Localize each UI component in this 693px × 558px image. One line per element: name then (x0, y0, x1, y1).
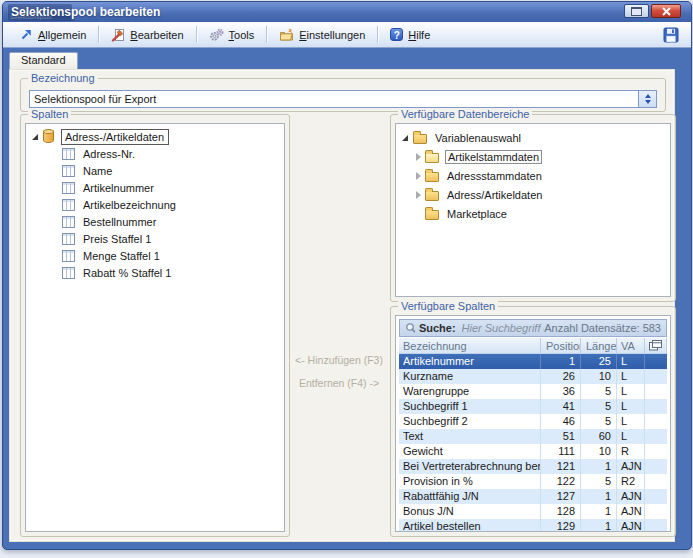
tab-standard[interactable]: Standard (9, 52, 78, 69)
bezeichnung-combobox[interactable]: Selektionspool für Export (29, 90, 657, 108)
column-chooser-icon (649, 340, 662, 351)
tree-item[interactable]: Menge Staffel 1 (26, 247, 284, 264)
table-icon (62, 182, 75, 194)
table-header: Bezeichnung Position Länge VA (399, 338, 667, 354)
tree-item[interactable]: Bestellnummer (26, 213, 284, 230)
cell-position: 128 (541, 504, 581, 519)
tree-item-label: Adressstammdaten (445, 170, 544, 182)
cell-va: L (617, 399, 645, 414)
toolbar-label: Hilfe (408, 29, 430, 41)
table-row[interactable]: Artikelnummer125L (399, 354, 667, 369)
database-icon (43, 130, 54, 143)
tree-item[interactable]: Artikelnummer (26, 179, 284, 196)
table-row[interactable]: Kurzname2610L (399, 369, 667, 384)
expand-icon[interactable] (416, 153, 421, 161)
cell-bezeichnung: Kurzname (399, 369, 541, 384)
column-header-va[interactable]: VA (617, 338, 645, 353)
tree-item-label: Artikelstammdaten (445, 150, 542, 164)
table-row[interactable]: Warengruppe365L (399, 384, 667, 399)
tab-page: Bezeichnung Selektionspool für Export Sp… (9, 69, 675, 542)
cell-end (645, 489, 667, 504)
expand-icon[interactable] (416, 191, 421, 199)
add-button[interactable]: <- Hinzufügen (F3) (292, 354, 386, 366)
cell-va: AJN (617, 489, 645, 504)
toolbar: Allgemein Bearbeiten Tools (3, 22, 691, 48)
combobox-spinner-button[interactable] (638, 91, 656, 107)
cell-position: 51 (541, 429, 581, 444)
table-row[interactable]: Artikel bestellen1291AJN (399, 519, 667, 532)
cell-laenge: 5 (581, 384, 617, 399)
tree-item[interactable]: Rabatt % Staffel 1 (26, 264, 284, 281)
tree-item[interactable]: Marketplace (396, 204, 670, 223)
cell-laenge: 5 (581, 474, 617, 489)
column-chooser-button[interactable] (645, 338, 667, 353)
spalten-tree-items: Adress-Nr.NameArtikelnummerArtikelbezeic… (26, 145, 284, 281)
tree-item-label: Menge Staffel 1 (81, 250, 162, 262)
table-row[interactable]: Provision in %1225R2 (399, 474, 667, 489)
tree-item[interactable]: Preis Staffel 1 (26, 230, 284, 247)
cell-position: 121 (541, 459, 581, 474)
table-row[interactable]: Gewicht11110R (399, 444, 667, 459)
toolbar-button-bearbeiten[interactable]: Bearbeiten (104, 26, 190, 44)
tree-item[interactable]: Adressstammdaten (396, 166, 670, 185)
toolbar-button-allgemein[interactable]: Allgemein (13, 26, 93, 43)
cell-end (645, 444, 667, 459)
combobox-value: Selektionspool für Export (30, 91, 638, 107)
restore-button[interactable] (624, 4, 649, 18)
remove-button[interactable]: Entfernen (F4) -> (292, 377, 386, 389)
column-header-bezeichnung[interactable]: Bezeichnung (399, 338, 541, 353)
tree-item[interactable]: Adress/Artikeldaten (396, 185, 670, 204)
cell-va: R (617, 444, 645, 459)
cell-bezeichnung: Artikelnummer (399, 354, 541, 369)
close-button[interactable] (651, 4, 681, 18)
table-icon (62, 199, 75, 211)
cell-va: L (617, 354, 645, 369)
save-button[interactable] (661, 25, 681, 45)
toolbar-separator (377, 26, 378, 43)
cell-end (645, 519, 667, 532)
table-row[interactable]: Suchbegriff 1415L (399, 399, 667, 414)
edit-tool-icon (111, 28, 125, 42)
table-row[interactable]: Bonus J/N1281AJN (399, 504, 667, 519)
toolbar-button-hilfe[interactable]: ? Hilfe (383, 26, 437, 43)
cell-position: 46 (541, 414, 581, 429)
cell-laenge: 1 (581, 459, 617, 474)
tree-item-label: Artikelnummer (81, 182, 156, 194)
folder-icon (413, 134, 427, 144)
tree-root-item[interactable]: Variablenauswahl (396, 128, 670, 147)
tree-item[interactable]: Adress-Nr. (26, 145, 284, 162)
spalten-tree: Adress-/Artikeldaten Adress-Nr.NameArtik… (26, 124, 284, 281)
tree-item-label: Adress/Artikeldaten (445, 189, 544, 201)
cell-va: R2 (617, 474, 645, 489)
table-row[interactable]: Text5160L (399, 429, 667, 444)
cell-end (645, 459, 667, 474)
cell-laenge: 1 (581, 504, 617, 519)
cell-va: L (617, 369, 645, 384)
collapse-icon[interactable] (402, 135, 408, 141)
table-row[interactable]: Suchbegriff 2465L (399, 414, 667, 429)
table-icon (62, 233, 75, 245)
transfer-actions: <- Hinzufügen (F3) Entfernen (F4) -> (292, 114, 386, 537)
tree-item[interactable]: Artikelstammdaten (396, 147, 670, 166)
search-bar[interactable]: Suche: Hier Suchbegriff einge Anzahl Dat… (399, 319, 667, 337)
table-row[interactable]: Rabattfähig J/N1271AJN (399, 489, 667, 504)
cell-bezeichnung: Text (399, 429, 541, 444)
table-row[interactable]: Bei Vertreterabrechnung berücksichtige12… (399, 459, 667, 474)
group-label: Verfügbare Spalten (398, 300, 498, 312)
tree-item[interactable]: Name (26, 162, 284, 179)
column-header-laenge[interactable]: Länge (581, 338, 617, 353)
toolbar-button-einstellungen[interactable]: Einstellungen (272, 26, 372, 43)
title-bar[interactable]: Selektionspool Selektionspool bearbeiten (3, 2, 691, 22)
cell-end (645, 369, 667, 384)
tree-item[interactable]: Artikelbezeichnung (26, 196, 284, 213)
tree-root-edit-field[interactable]: Adress-/Artikeldaten (61, 129, 169, 145)
column-header-position[interactable]: Position (541, 338, 581, 353)
toolbar-button-tools[interactable]: Tools (202, 26, 262, 44)
collapse-icon[interactable] (32, 134, 38, 140)
cell-va: L (617, 429, 645, 444)
cell-laenge: 10 (581, 369, 617, 384)
record-count: Anzahl Datensätze: 583 (544, 322, 661, 334)
expand-icon[interactable] (416, 172, 421, 180)
search-input[interactable]: Hier Suchbegriff einge (462, 322, 545, 334)
tree-root-item[interactable]: Adress-/Artikeldaten (26, 128, 284, 145)
